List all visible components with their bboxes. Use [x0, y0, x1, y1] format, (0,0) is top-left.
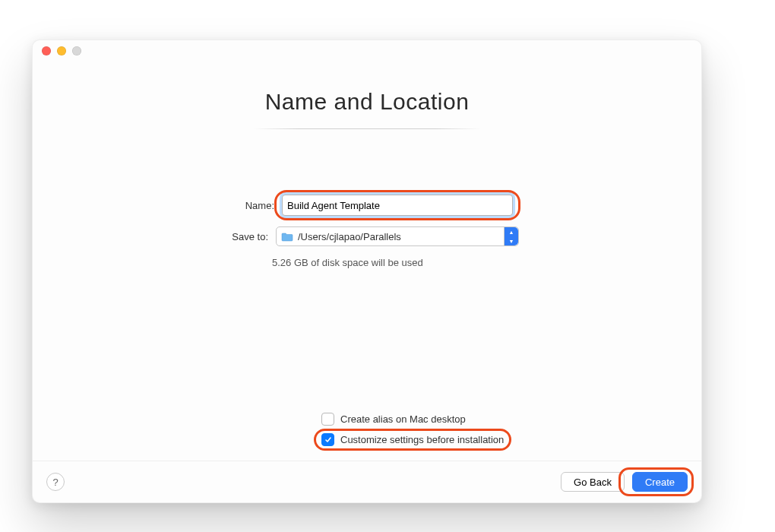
name-highlight: [282, 195, 513, 216]
zoom-icon[interactable]: [72, 46, 81, 55]
go-back-button[interactable]: Go Back: [561, 472, 625, 492]
name-label: Name:: [221, 200, 274, 211]
chevron-up-icon: ▲: [505, 227, 518, 236]
alias-checkbox-row[interactable]: Create alias on Mac desktop: [321, 413, 466, 426]
create-highlight: Create: [625, 472, 688, 492]
title-underline: [253, 128, 481, 129]
help-button[interactable]: ?: [46, 473, 65, 491]
customize-highlight: Customize settings before installation: [321, 433, 504, 446]
save-to-select[interactable]: /Users/cjlapao/Parallels ▲ ▼: [276, 226, 519, 246]
customize-checkbox-row[interactable]: Customize settings before installation: [321, 433, 504, 446]
dialog-window: Name and Location Name: Save to: /Users/…: [32, 40, 702, 503]
customize-checkbox[interactable]: [321, 433, 334, 446]
alias-checkbox[interactable]: [321, 413, 334, 426]
chevron-down-icon: ▼: [505, 236, 518, 245]
minimize-icon[interactable]: [57, 46, 66, 55]
customize-checkbox-label: Customize settings before installation: [340, 434, 504, 445]
alias-checkbox-label: Create alias on Mac desktop: [340, 413, 466, 425]
save-to-stepper[interactable]: ▲ ▼: [504, 227, 518, 245]
save-to-label: Save to:: [215, 231, 268, 242]
disk-usage-note: 5.26 GB of disk space will be used: [272, 257, 523, 268]
close-icon[interactable]: [42, 46, 51, 55]
save-to-path: /Users/cjlapao/Parallels: [298, 231, 401, 242]
dialog-footer: ? Go Back Create: [33, 461, 701, 502]
page-title: Name and Location: [265, 89, 470, 128]
window-titlebar: [33, 40, 701, 62]
name-input[interactable]: [282, 195, 513, 216]
folder-icon: [281, 232, 293, 242]
create-button[interactable]: Create: [632, 472, 688, 492]
